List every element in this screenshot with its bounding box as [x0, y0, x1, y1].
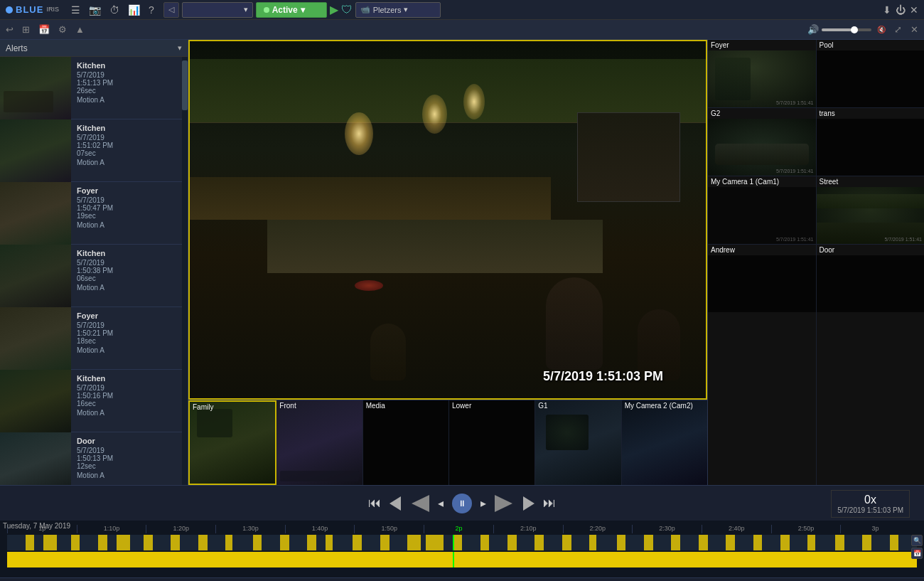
ff-group: [495, 495, 534, 512]
active-status-button[interactable]: Active ▾: [256, 2, 327, 18]
right-cameras-grid: Foyer 5/7/2019 1:51:41 G2: [708, 40, 924, 485]
bottom-cam-media-label: Media: [366, 402, 385, 410]
alert-item[interactable]: Kitchen 5/7/2019 1:51:13 PM 26sec Motion…: [0, 57, 188, 119]
volume-slider[interactable]: [822, 28, 871, 31]
prev-frame-button[interactable]: ◂: [435, 494, 446, 513]
alert-info: Foyer 5/7/2019 1:50:47 PM 19sec Motion A: [71, 182, 188, 244]
alert-item[interactable]: Foyer 5/7/2019 1:50:47 PM 19sec Motion A: [0, 182, 188, 245]
bottom-cam-g1[interactable]: G1: [535, 400, 621, 485]
schedule-dropdown[interactable]: ▾: [182, 2, 253, 18]
alert-time: 1:51:02 PM: [77, 142, 182, 149]
alert-camera-name: Kitchen: [77, 374, 182, 383]
camera-icon[interactable]: 📷: [85, 3, 104, 17]
alert-duration: 06sec: [77, 274, 182, 282]
logo-subtitle: IRIS: [46, 6, 59, 13]
bottom-cam-lower[interactable]: Lower: [449, 400, 535, 485]
alert-item[interactable]: Kitchen 5/7/2019 1:51:02 PM 07sec Motion…: [0, 119, 188, 182]
up-arrow-icon[interactable]: ▲: [72, 23, 87, 36]
menu-list-icon[interactable]: ☰: [68, 3, 84, 17]
zoom-icon[interactable]: 🔍: [911, 535, 923, 546]
bottom-cam-g1-label: G1: [538, 402, 547, 410]
alert-time: 1:50:13 PM: [77, 454, 182, 462]
right-cam-trans[interactable]: trans: [817, 108, 925, 176]
scroll-track[interactable]: [182, 57, 188, 485]
timeline-area[interactable]: Tuesday, 7 May 2019 1p 1:10p 1:20p 1:30p…: [0, 521, 924, 577]
shield-icon[interactable]: 🛡: [341, 4, 353, 16]
bottom-cam-lower-label: Lower: [452, 402, 471, 410]
alerts-dropdown-icon[interactable]: ▾: [178, 43, 182, 53]
help-icon[interactable]: ?: [145, 3, 158, 17]
ff-fast-button[interactable]: [495, 495, 523, 512]
rewind-fast-button[interactable]: [401, 495, 429, 512]
right-cam-door[interactable]: Door: [817, 245, 925, 312]
timeline-track[interactable]: [7, 535, 917, 550]
bottom-cam-family[interactable]: Family: [188, 400, 276, 485]
main-video[interactable]: Kitchen: [188, 40, 707, 400]
right-cam-andrew[interactable]: Andrew: [708, 245, 816, 312]
street-cam-label: Street: [817, 176, 925, 187]
power-icon[interactable]: ⏻: [896, 4, 906, 16]
alert-item[interactable]: Kitchen 5/7/2019 1:50:38 PM 06sec Motion…: [0, 245, 188, 307]
grid-icon[interactable]: ⊞: [19, 23, 33, 36]
next-frame-button[interactable]: ▸: [478, 494, 489, 513]
alerts-title: Alerts: [6, 43, 28, 53]
alert-time: 1:50:38 PM: [77, 267, 182, 274]
media-cam-bg: [363, 400, 448, 485]
timeline-playhead[interactable]: [453, 535, 454, 550]
back-nav-icon[interactable]: ↩: [3, 23, 16, 36]
ff-slow-button[interactable]: [523, 496, 534, 511]
close-icon[interactable]: ✕: [910, 4, 918, 16]
alerts-header: Alerts ▾: [0, 40, 188, 57]
mycam1-cam-thumb: 5/7/2019 1:51:41: [708, 187, 816, 244]
close-small-icon[interactable]: ✕: [908, 23, 921, 36]
bottom-cam-media[interactable]: Media: [363, 400, 449, 485]
alert-item[interactable]: Door 5/7/2019 1:50:13 PM 12sec Motion A: [0, 432, 188, 485]
time-tick: 1:50p: [354, 525, 424, 533]
download-icon[interactable]: ⬇: [883, 4, 891, 16]
scroll-thumb[interactable]: [182, 60, 188, 110]
clock-icon[interactable]: ⏱: [106, 3, 123, 17]
toolbar-right: ⬇ ⏻ ✕: [877, 4, 924, 16]
alert-type: Motion A: [77, 471, 182, 479]
volume-icon[interactable]: 🔊: [807, 24, 819, 35]
alert-date: 5/7/2019: [77, 71, 182, 79]
main-nav: ☰ 📷 ⏱ 📊 ?: [65, 0, 161, 19]
foyer-cam-label: Foyer: [708, 40, 816, 50]
alert-date: 5/7/2019: [77, 321, 182, 329]
play-button[interactable]: ▶: [330, 3, 338, 16]
settings-icon[interactable]: ⚙: [55, 23, 70, 36]
graph-icon[interactable]: 📊: [124, 3, 144, 17]
pool-cam-thumb: [817, 50, 925, 107]
pause-button[interactable]: ⏸: [452, 494, 472, 513]
right-cam-street[interactable]: Street 5/7/2019 1:51:41: [817, 176, 925, 245]
mute-icon[interactable]: 🔇: [874, 24, 888, 35]
goto-start-button[interactable]: ⏮: [365, 493, 384, 513]
rewind-slow-button[interactable]: [390, 496, 401, 511]
expand-icon[interactable]: ⤢: [891, 23, 905, 36]
calendar-tl-icon[interactable]: 📅: [911, 548, 923, 559]
alert-item[interactable]: Foyer 5/7/2019 1:50:21 PM 18sec Motion A: [0, 307, 188, 370]
bottom-cam-mycam2[interactable]: My Camera 2 (Cam2): [622, 400, 707, 485]
alert-item[interactable]: Kitchen 5/7/2019 1:50:16 PM 16sec Motion…: [0, 370, 188, 432]
alert-thumbnail: [0, 57, 71, 119]
back-button[interactable]: ◁: [163, 2, 179, 18]
camera-dropdown[interactable]: 📹 Pletzers ▾: [355, 2, 441, 18]
right-cam-pool[interactable]: Pool: [817, 40, 925, 108]
alert-type: Motion A: [77, 96, 182, 104]
goto-end-button[interactable]: ⏭: [540, 493, 559, 513]
alert-date: 5/7/2019: [77, 134, 182, 142]
alert-camera-name: Foyer: [77, 311, 182, 320]
door-cam-label: Door: [817, 245, 925, 255]
light2: [422, 95, 447, 134]
status-bar: Zoom in Clips: 7465 files, 2.02T/2.93T C…: [0, 577, 924, 581]
family-cam-bg: [190, 402, 275, 484]
bottom-cam-front[interactable]: Front: [276, 400, 362, 485]
alert-info: Kitchen 5/7/2019 1:51:02 PM 07sec Motion…: [71, 119, 188, 181]
right-cam-g2[interactable]: G2 5/7/2019 1:51:41: [708, 108, 816, 176]
right-cam-foyer[interactable]: Foyer 5/7/2019 1:51:41: [708, 40, 816, 108]
right-cam-mycam1[interactable]: My Camera 1 (Cam1) 5/7/2019 1:51:41: [708, 176, 816, 245]
alert-type: Motion A: [77, 221, 182, 229]
alert-date: 5/7/2019: [77, 259, 182, 267]
timeline-bar-row[interactable]: [7, 552, 917, 567]
calendar-icon[interactable]: 📅: [36, 23, 53, 36]
